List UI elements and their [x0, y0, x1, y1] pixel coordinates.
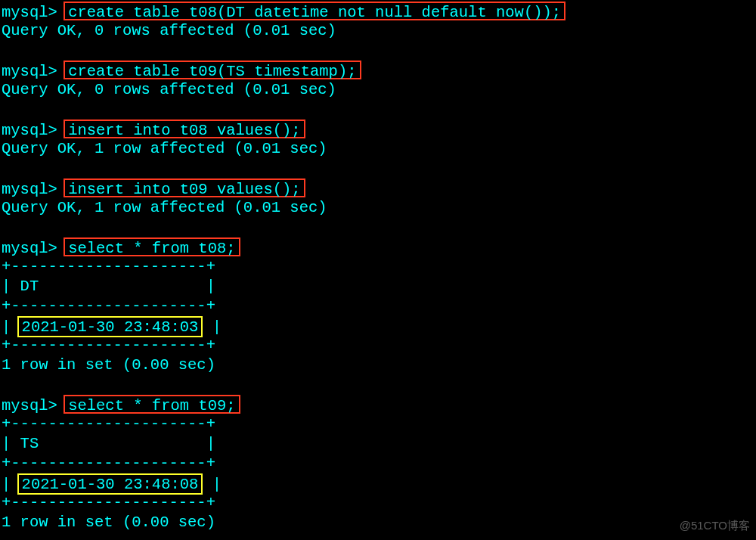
prompt-line[interactable]: mysql> insert into t09 values(); — [2, 178, 756, 198]
mysql-prompt: mysql> — [2, 4, 67, 21]
prompt-line[interactable]: mysql> select * from t08; — [2, 237, 756, 257]
mysql-prompt: mysql> — [2, 63, 67, 80]
table-row: | 2021-01-30 23:48:03 | — [2, 316, 756, 336]
value-dt-datetime: 2021-01-30 23:48:03 — [17, 316, 203, 337]
command-select-t08: select * from t08; — [64, 237, 240, 256]
query-result: Query OK, 1 row affected (0.01 sec) — [2, 199, 327, 216]
command-insert-t09: insert into t09 values(); — [64, 178, 305, 197]
mysql-prompt: mysql> — [2, 181, 67, 198]
watermark: @51CTO博客 — [680, 516, 750, 535]
table-header-ts: | TS | — [2, 434, 756, 454]
query-result: Query OK, 0 rows affected (0.01 sec) — [2, 22, 336, 39]
prompt-line[interactable]: mysql> select * from t09; — [2, 395, 756, 414]
table-header-dt: | DT | — [2, 277, 756, 296]
prompt-line[interactable]: mysql> create table t08(DT datetime not … — [2, 2, 756, 21]
prompt-line[interactable]: mysql> insert into t08 values(); — [2, 119, 756, 139]
table-border: +---------------------+ — [2, 257, 756, 277]
table-border: +---------------------+ — [2, 414, 756, 434]
mysql-prompt: mysql> — [2, 122, 67, 139]
rowset-result: 1 row in set (0.00 sec) — [2, 356, 215, 374]
command-insert-t08: insert into t08 values(); — [64, 119, 305, 138]
rowset-result: 1 row in set (0.00 sec) — [2, 514, 215, 531]
terminal-output: mysql> create table t08(DT datetime not … — [0, 0, 756, 532]
command-select-t09: select * from t09; — [64, 395, 240, 414]
table-border: +---------------------+ — [2, 493, 756, 513]
table-border: +---------------------+ — [2, 296, 756, 316]
query-result: Query OK, 1 row affected (0.01 sec) — [2, 140, 327, 157]
prompt-line[interactable]: mysql> create table t09(TS timestamp); — [2, 61, 756, 80]
table-border: +---------------------+ — [2, 336, 756, 355]
command-create-t09: create table t09(TS timestamp); — [64, 61, 361, 79]
mysql-prompt: mysql> — [2, 397, 67, 414]
command-create-t08: create table t08(DT datetime not null de… — [64, 2, 565, 20]
value-ts-timestamp: 2021-01-30 23:48:08 — [17, 473, 203, 495]
table-border: +---------------------+ — [2, 454, 756, 473]
mysql-prompt: mysql> — [2, 240, 67, 257]
query-result: Query OK, 0 rows affected (0.01 sec) — [2, 81, 336, 98]
table-row: | 2021-01-30 23:48:08 | — [2, 473, 756, 493]
